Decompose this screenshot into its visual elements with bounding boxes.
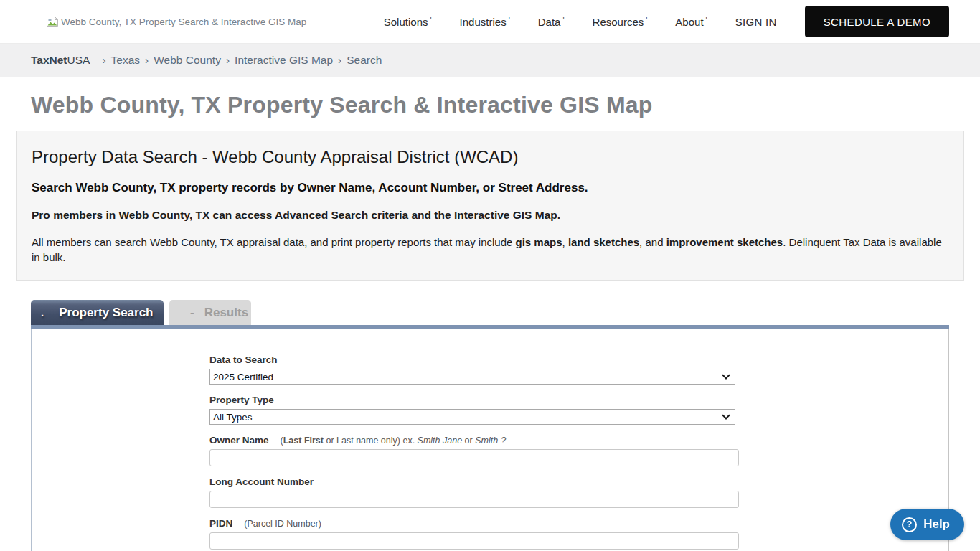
long-account-number-input[interactable] <box>209 491 739 508</box>
members-bold-gis-maps: gis maps <box>516 236 562 248</box>
owner-name-help-link[interactable]: ? <box>501 435 506 446</box>
data-to-search-select[interactable]: 2025 Certified <box>209 369 735 385</box>
breadcrumb-separator-icon: › <box>226 54 230 67</box>
tab-label: Results <box>204 306 248 320</box>
nav-item-about[interactable]: About' <box>675 16 707 28</box>
members-bold-improvement-sketches: improvement sketches <box>666 236 783 248</box>
members-bold-land-sketches: land sketches <box>568 236 639 248</box>
hint-example: Smith <box>475 435 498 446</box>
owner-name-hint: (Last First or Last name only) ex. Smith… <box>281 435 507 446</box>
help-button-label: Help <box>923 517 950 532</box>
search-tabs-section: . Property Search - Results Data to Sear… <box>31 300 949 551</box>
breadcrumb-separator-icon: › <box>338 54 341 67</box>
nav-label: Solutions <box>384 16 428 28</box>
breadcrumb-link-webb-county[interactable]: Webb County <box>154 54 221 67</box>
site-logo[interactable]: Webb County, TX Property Search & Intera… <box>46 16 306 27</box>
members-text: All members can search Webb County, TX a… <box>32 236 516 248</box>
tab-label: Property Search <box>59 306 153 320</box>
breadcrumb-separator-icon: › <box>145 54 149 67</box>
tab-marker-icon: . <box>41 306 44 319</box>
nav-label: About <box>675 16 703 28</box>
breadcrumb-link-search[interactable]: Search <box>347 54 382 67</box>
breadcrumb-brand[interactable]: TaxNetUSA <box>31 54 90 67</box>
nav-label: Data <box>538 16 561 28</box>
caret-down-icon: ' <box>430 16 431 24</box>
question-mark-icon: ? <box>902 517 917 532</box>
field-property-type: Property Type All Types <box>209 394 948 425</box>
tab-marker-icon: - <box>190 306 194 320</box>
property-search-panel: Data to Search 2025 Certified Property T… <box>31 329 949 551</box>
page-title: Webb County, TX Property Search & Intera… <box>31 90 949 120</box>
owner-name-input[interactable] <box>209 449 739 466</box>
top-header: Webb County, TX Property Search & Intera… <box>0 0 980 44</box>
intro-pro-line: Pro members in Webb County, TX can acces… <box>32 208 948 222</box>
nav-label: Industries <box>460 16 507 28</box>
field-pidn: PIDN (Parcel ID Number) <box>209 517 948 550</box>
members-text: , and <box>639 236 666 248</box>
hint-text: or Last name only) ex. <box>324 435 418 446</box>
intro-heading: Property Data Search - Webb County Appra… <box>32 145 948 169</box>
nav-item-data[interactable]: Data' <box>538 16 565 28</box>
caret-down-icon: ' <box>509 16 510 24</box>
brand-strong: TaxNet <box>31 54 67 66</box>
intro-search-line: Search Webb County, TX property records … <box>32 180 948 196</box>
sign-in-link[interactable]: SIGN IN <box>735 16 777 28</box>
breadcrumb-link-gis-map[interactable]: Interactive GIS Map <box>235 54 333 67</box>
pidn-label: PIDN <box>209 517 232 529</box>
nav-item-solutions[interactable]: Solutions' <box>384 16 432 28</box>
tab-property-search[interactable]: . Property Search <box>31 300 164 325</box>
caret-down-icon: ' <box>646 16 647 24</box>
hint-text: or <box>462 435 475 446</box>
field-owner-name: Owner Name (Last First or Last name only… <box>209 434 948 466</box>
intro-members-line: All members can search Webb County, TX a… <box>32 235 948 265</box>
nav-item-resources[interactable]: Resources' <box>593 16 648 28</box>
tab-results[interactable]: - Results <box>169 300 251 325</box>
logo-alt-text: Webb County, TX Property Search & Intera… <box>61 17 306 27</box>
field-data-to-search: Data to Search 2025 Certified <box>209 354 948 385</box>
help-button[interactable]: ? Help <box>890 509 964 540</box>
intro-info-box: Property Data Search - Webb County Appra… <box>16 131 964 281</box>
field-long-account-number: Long Account Number <box>209 476 948 508</box>
schedule-demo-button[interactable]: SCHEDULE A DEMO <box>805 6 949 37</box>
broken-image-icon <box>46 16 59 27</box>
members-text: , <box>562 236 568 248</box>
breadcrumb-link-texas[interactable]: Texas <box>111 54 141 67</box>
owner-name-label: Owner Name <box>209 434 269 446</box>
nav-item-industries[interactable]: Industries' <box>460 16 510 28</box>
brand-light: USA <box>67 54 90 66</box>
property-type-select[interactable]: All Types <box>209 409 735 425</box>
data-to-search-label: Data to Search <box>209 354 278 366</box>
pidn-input[interactable] <box>209 532 739 550</box>
main-nav: Solutions' Industries' Data' Resources' … <box>384 6 949 37</box>
caret-down-icon: ' <box>562 16 564 24</box>
nav-label: Resources <box>593 16 644 28</box>
long-account-number-label: Long Account Number <box>209 476 314 488</box>
caret-down-icon: ' <box>706 16 707 24</box>
pidn-hint: (Parcel ID Number) <box>244 519 321 529</box>
breadcrumb-separator-icon: › <box>102 54 105 67</box>
property-type-label: Property Type <box>209 394 274 406</box>
tab-row: . Property Search - Results <box>31 300 949 325</box>
breadcrumb: TaxNetUSA › Texas › Webb County › Intera… <box>0 44 980 77</box>
hint-example: Smith Jane <box>418 435 463 446</box>
hint-bold: Last First <box>283 435 324 446</box>
